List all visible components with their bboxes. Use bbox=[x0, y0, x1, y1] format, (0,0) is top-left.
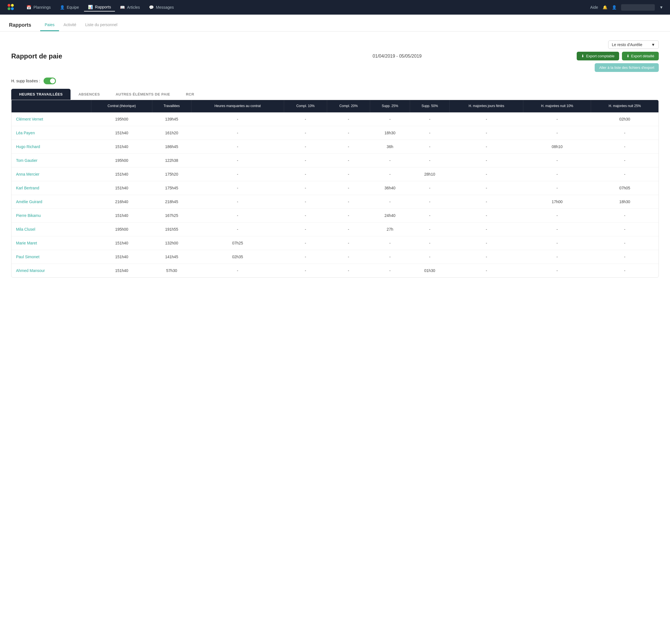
cell-travaillees: 218h45 bbox=[152, 195, 191, 209]
cell-name[interactable]: Tom Gautier bbox=[12, 153, 91, 167]
table-tabs: HEURES TRAVAILLÉES ABSENCES AUTRES ÉLÉME… bbox=[11, 89, 659, 100]
cell-maj_jours_feries: - bbox=[450, 181, 523, 195]
cell-supp25: - bbox=[370, 112, 410, 126]
download-icon: ⬇ bbox=[581, 54, 584, 58]
cell-compl10: - bbox=[284, 167, 327, 181]
cell-name[interactable]: Paul Simonet bbox=[12, 250, 91, 264]
cell-supp50: - bbox=[410, 112, 450, 126]
employee-name[interactable]: Tom Gautier bbox=[16, 158, 37, 163]
cell-maj_nuit25: - bbox=[591, 250, 658, 264]
location-select[interactable]: Le resto d'Aurélie ▼ bbox=[608, 40, 659, 49]
cell-supp50: - bbox=[410, 126, 450, 140]
cell-compl20: - bbox=[327, 167, 370, 181]
cell-maj_jours_feries: - bbox=[450, 250, 523, 264]
employee-name[interactable]: Paul Simonet bbox=[16, 255, 39, 259]
employee-name[interactable]: Karl Bertrand bbox=[16, 186, 39, 190]
cell-name[interactable]: Clément Vernet bbox=[12, 112, 91, 126]
cell-compl20: - bbox=[327, 153, 370, 167]
tab-autres-elements[interactable]: AUTRES ÉLÉMENTS DE PAIE bbox=[108, 89, 178, 100]
cell-maj_nuit25: 02h30 bbox=[591, 112, 658, 126]
employee-name[interactable]: Ahmed Mansour bbox=[16, 268, 45, 273]
tab-rcr[interactable]: RCR bbox=[178, 89, 202, 100]
nav-items: 📅 Plannings 👤 Equipe 📊 Rapports 📖 Articl… bbox=[23, 3, 590, 12]
employee-name[interactable]: Pierre Bikamu bbox=[16, 213, 41, 218]
cell-compl10: - bbox=[284, 209, 327, 222]
cell-compl20: - bbox=[327, 195, 370, 209]
cell-manquantes: 07h25 bbox=[191, 236, 284, 250]
nav-rapports[interactable]: 📊 Rapports bbox=[84, 3, 115, 12]
col-travaillees: Travaillées bbox=[152, 100, 191, 112]
col-contrat: Contrat (théorique) bbox=[91, 100, 152, 112]
search-input[interactable] bbox=[621, 4, 655, 11]
employee-name[interactable]: Mila Clusel bbox=[16, 227, 35, 231]
cell-maj_nuit10: - bbox=[523, 209, 591, 222]
cell-supp50: - bbox=[410, 153, 450, 167]
cell-name[interactable]: Karl Bertrand bbox=[12, 181, 91, 195]
tab-heures-travaillees[interactable]: HEURES TRAVAILLÉES bbox=[11, 89, 70, 100]
page: Rapports Paies Activité Liste du personn… bbox=[0, 15, 670, 644]
employee-name[interactable]: Anna Mercier bbox=[16, 172, 39, 176]
cell-name[interactable]: Pierre Bikamu bbox=[12, 209, 91, 222]
cell-supp25: - bbox=[370, 153, 410, 167]
table-header: Contrat (théorique) Travaillées Heures m… bbox=[12, 100, 658, 112]
table-row: Anna Mercier151h40175h20----28h10--- bbox=[12, 167, 658, 181]
main-content: Rapport de paie 01/04/2019 - 05/05/2019 … bbox=[0, 31, 670, 286]
tab-personnel[interactable]: Liste du personnel bbox=[81, 19, 122, 31]
employee-name[interactable]: Clément Vernet bbox=[16, 117, 43, 121]
cell-name[interactable]: Hugo Richard bbox=[12, 140, 91, 153]
bell-icon[interactable]: 🔔 bbox=[603, 5, 607, 10]
col-compl20: Compl. 20% bbox=[327, 100, 370, 112]
employee-name[interactable]: Léa Payen bbox=[16, 131, 35, 135]
main-nav: 📅 Plannings 👤 Equipe 📊 Rapports 📖 Articl… bbox=[0, 0, 670, 15]
cell-contrat: 195h00 bbox=[91, 112, 152, 126]
cell-name[interactable]: Anna Mercier bbox=[12, 167, 91, 181]
employee-name[interactable]: Marie Maret bbox=[16, 241, 37, 245]
cell-travaillees: 122h38 bbox=[152, 153, 191, 167]
cell-name[interactable]: Marie Maret bbox=[12, 236, 91, 250]
cell-supp50: - bbox=[410, 236, 450, 250]
employee-name[interactable]: Hugo Richard bbox=[16, 145, 40, 149]
cell-travaillees: 191h55 bbox=[152, 222, 191, 236]
cell-compl10: - bbox=[284, 250, 327, 264]
cell-maj_nuit10: - bbox=[523, 167, 591, 181]
cell-compl20: - bbox=[327, 264, 370, 277]
cell-name[interactable]: Léa Payen bbox=[12, 126, 91, 140]
export-comptable-button[interactable]: ⬇ Export comptable bbox=[577, 52, 619, 61]
tab-activite[interactable]: Activité bbox=[59, 19, 81, 31]
list-files-button[interactable]: Aller à la liste des fichiers d'export bbox=[595, 63, 659, 72]
cell-travaillees: 161h20 bbox=[152, 126, 191, 140]
cell-maj_nuit25: - bbox=[591, 222, 658, 236]
cell-maj_nuit10: 08h10 bbox=[523, 140, 591, 153]
aide-link[interactable]: Aide bbox=[590, 5, 598, 10]
tab-paies[interactable]: Paies bbox=[40, 19, 59, 31]
cell-supp50: - bbox=[410, 209, 450, 222]
nav-messages[interactable]: 💬 Messages bbox=[145, 3, 178, 11]
employee-name[interactable]: Amélie Guirard bbox=[16, 200, 42, 204]
location-label: Le resto d'Aurélie bbox=[612, 42, 642, 47]
cell-manquantes: - bbox=[191, 181, 284, 195]
nav-articles[interactable]: 📖 Articles bbox=[116, 3, 144, 11]
cell-compl20: - bbox=[327, 236, 370, 250]
table-row: Tom Gautier195h00122h38-------- bbox=[12, 153, 658, 167]
cell-name[interactable]: Mila Clusel bbox=[12, 222, 91, 236]
cell-compl20: - bbox=[327, 112, 370, 126]
cell-travaillees: 167h25 bbox=[152, 209, 191, 222]
cell-compl10: - bbox=[284, 236, 327, 250]
user-icon[interactable]: 👤 bbox=[612, 5, 617, 10]
cell-maj_nuit25: - bbox=[591, 167, 658, 181]
heures-supp-toggle[interactable] bbox=[43, 78, 56, 84]
cell-maj_nuit10: - bbox=[523, 181, 591, 195]
cell-compl10: - bbox=[284, 112, 327, 126]
cell-contrat: 151h40 bbox=[91, 140, 152, 153]
nav-equipe[interactable]: 👤 Equipe bbox=[56, 3, 83, 11]
cell-supp50: 28h10 bbox=[410, 167, 450, 181]
nav-plannings[interactable]: 📅 Plannings bbox=[23, 3, 55, 11]
cell-maj_nuit25: - bbox=[591, 140, 658, 153]
cell-name[interactable]: Ahmed Mansour bbox=[12, 264, 91, 277]
export-detail-button[interactable]: ⬇ Export détaillé bbox=[622, 52, 659, 61]
cell-travaillees: 141h45 bbox=[152, 250, 191, 264]
tab-absences[interactable]: ABSENCES bbox=[70, 89, 108, 100]
cell-name[interactable]: Amélie Guirard bbox=[12, 195, 91, 209]
svg-point-2 bbox=[8, 7, 10, 10]
cell-maj_nuit25: - bbox=[591, 209, 658, 222]
